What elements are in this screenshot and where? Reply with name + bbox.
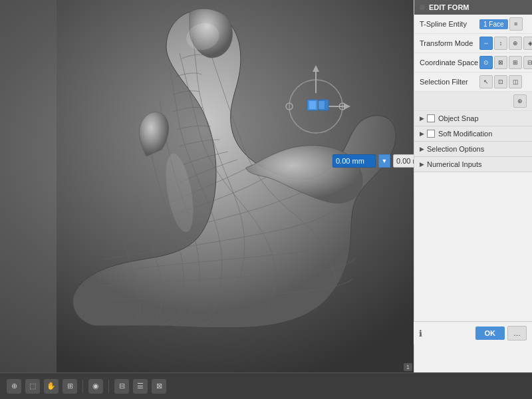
filter-label: Selection Filter bbox=[420, 78, 479, 86]
object-snap-label: Object Snap bbox=[438, 114, 479, 122]
numerical-inputs-toggle[interactable]: ▶ Numerical Inputs bbox=[414, 157, 532, 172]
transform-btn1[interactable]: ↔ bbox=[479, 37, 493, 50]
coord-btn1[interactable]: ⊙ bbox=[479, 56, 493, 69]
tspline-entity-row: T-Spline Entity 1 Face ≡ bbox=[414, 15, 532, 34]
filter-btn2[interactable]: ⊡ bbox=[494, 75, 507, 88]
right-panel: EDIT FORM T-Spline Entity 1 Face ≡ Trans… bbox=[414, 0, 532, 372]
coord-btn3[interactable]: ⊞ bbox=[509, 56, 522, 69]
tspline-btn2[interactable]: ≡ bbox=[509, 17, 523, 31]
entity-badge[interactable]: 1 Face bbox=[479, 19, 508, 29]
selection-filter-row: Selection Filter ↖ ⊡ ◫ bbox=[414, 72, 532, 92]
corner-number: 1 bbox=[404, 363, 412, 371]
svg-rect-11 bbox=[319, 101, 325, 109]
sel-opt-label: Selection Options bbox=[427, 145, 484, 153]
transform-btn2[interactable]: ↕ bbox=[494, 37, 507, 50]
object-snap-toggle[interactable]: ▶ Object Snap bbox=[414, 111, 532, 126]
value1-dropdown[interactable]: ▼ bbox=[378, 154, 390, 168]
toolbar-icon-8[interactable]: ⊠ bbox=[152, 379, 166, 394]
panel-bottom: ℹ OK … bbox=[414, 321, 532, 344]
transform-btn3[interactable]: ⊕ bbox=[509, 37, 522, 50]
toolbar-icon-7[interactable]: ☰ bbox=[133, 379, 148, 394]
transform-btn4[interactable]: ◈ bbox=[523, 37, 532, 50]
sel-opt-arrow: ▶ bbox=[420, 146, 424, 152]
tspline-controls: 1 Face ≡ bbox=[479, 17, 523, 31]
tspline-label: T-Spline Entity bbox=[420, 20, 479, 28]
selection-options-toggle[interactable]: ▶ Selection Options bbox=[414, 142, 532, 157]
toolbar-icon-4[interactable]: ⊞ bbox=[63, 379, 77, 394]
ok-button[interactable]: OK bbox=[475, 327, 505, 340]
bottom-toolbar: ⊕ ⬚ ✋ ⊞ ◉ ⊟ ☰ ⊠ 1 bbox=[0, 372, 532, 399]
toolbar-icon-5[interactable]: ◉ bbox=[88, 379, 103, 394]
svg-rect-10 bbox=[309, 101, 316, 109]
toolbar-sep-1 bbox=[82, 380, 83, 393]
toolbar-icon-2[interactable]: ⬚ bbox=[25, 379, 40, 394]
extra-icon-btn[interactable]: ⊕ bbox=[513, 94, 527, 108]
soft-mod-checkbox[interactable] bbox=[427, 130, 435, 138]
soft-mod-arrow: ▶ bbox=[420, 130, 424, 137]
filter-btn1[interactable]: ↖ bbox=[479, 75, 493, 88]
viewport: 0.00 mm ▼ 0.00 mm ▼ ⊕ EDIT FORM T-Spline… bbox=[0, 0, 532, 399]
cancel-button[interactable]: … bbox=[507, 326, 527, 340]
panel-title: EDIT FORM bbox=[429, 3, 469, 11]
num-inp-label: Numerical Inputs bbox=[427, 160, 482, 168]
toolbar-icon-1[interactable]: ⊕ bbox=[7, 379, 21, 394]
num-inp-arrow: ▶ bbox=[420, 161, 424, 168]
coord-btn4[interactable]: ⊟ bbox=[523, 56, 532, 69]
soft-mod-label: Soft Modification bbox=[438, 130, 492, 138]
toolbar-icon-6[interactable]: ⊟ bbox=[114, 379, 129, 394]
coord-space-row: Coordinate Space ⊙ ⊠ ⊞ ⊟ bbox=[414, 53, 532, 72]
transform-controls: ↔ ↕ ⊕ ◈ bbox=[479, 37, 532, 50]
transform-label: Transform Mode bbox=[420, 39, 479, 47]
info-icon: ℹ bbox=[419, 329, 473, 338]
toolbar-icon-3[interactable]: ✋ bbox=[44, 379, 59, 394]
object-snap-checkbox[interactable] bbox=[427, 114, 435, 122]
extra-icon-row: ⊕ bbox=[414, 92, 532, 111]
coord-controls: ⊙ ⊠ ⊞ ⊟ bbox=[479, 56, 532, 69]
filter-btn3[interactable]: ◫ bbox=[509, 75, 522, 88]
soft-modification-toggle[interactable]: ▶ Soft Modification bbox=[414, 126, 532, 142]
toolbar-sep-2 bbox=[108, 380, 109, 393]
header-dot bbox=[420, 5, 425, 10]
value1-input[interactable]: 0.00 mm bbox=[332, 154, 376, 168]
panel-header: EDIT FORM bbox=[414, 0, 532, 15]
transform-mode-row: Transform Mode ↔ ↕ ⊕ ◈ bbox=[414, 34, 532, 53]
object-snap-arrow: ▶ bbox=[420, 115, 424, 122]
coord-label: Coordinate Space bbox=[420, 59, 479, 66]
coord-btn2[interactable]: ⊠ bbox=[494, 56, 507, 69]
filter-controls: ↖ ⊡ ◫ bbox=[479, 75, 522, 88]
